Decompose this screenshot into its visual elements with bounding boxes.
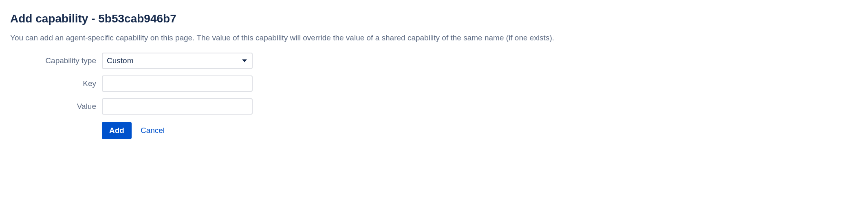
key-row: Key [10,75,858,92]
value-row: Value [10,98,858,115]
capability-type-label: Capability type [10,56,102,65]
key-label: Key [10,79,102,88]
cancel-button[interactable]: Cancel [141,122,165,139]
capability-type-select[interactable]: Custom [102,53,253,69]
page-title: Add capability - 5b53cab946b7 [10,12,858,25]
page-description: You can add an agent-specific capability… [10,33,858,44]
capability-type-row: Capability type Custom [10,53,858,69]
capability-type-select-wrapper: Custom [102,53,253,69]
key-input[interactable] [102,75,253,92]
button-row: Add Cancel [10,122,858,139]
value-input[interactable] [102,98,253,115]
value-label: Value [10,102,102,111]
add-button[interactable]: Add [102,122,132,139]
